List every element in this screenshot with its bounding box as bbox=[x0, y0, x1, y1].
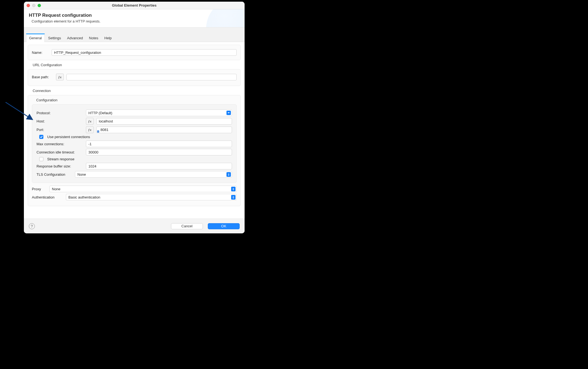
url-config-section: URL Configuration Base path: ƒx bbox=[28, 63, 241, 86]
response-buffer-input[interactable] bbox=[86, 163, 232, 169]
connection-legend: Connection bbox=[33, 89, 236, 93]
chevron-down-icon bbox=[226, 111, 231, 115]
configuration-legend: Configuration bbox=[32, 98, 237, 102]
authentication-select[interactable]: Basic authentication bbox=[66, 194, 237, 200]
authentication-label: Authentication bbox=[32, 195, 63, 199]
tab-advanced[interactable]: Advanced bbox=[64, 33, 86, 42]
proxy-value: None bbox=[52, 187, 60, 191]
fx-button-base-path[interactable]: ƒx bbox=[56, 74, 64, 80]
idle-timeout-input[interactable] bbox=[86, 149, 232, 155]
cancel-button[interactable]: Cancel bbox=[171, 223, 203, 229]
tls-config-label: TLS Configuration bbox=[37, 172, 72, 177]
base-path-label: Base path: bbox=[32, 75, 54, 79]
protocol-select[interactable]: HTTP (Default) bbox=[86, 110, 232, 116]
name-input[interactable] bbox=[52, 49, 237, 56]
stream-response-label: Stream response bbox=[47, 157, 74, 161]
updown-icon bbox=[231, 195, 236, 200]
max-connections-input[interactable] bbox=[86, 141, 232, 147]
fx-button-host[interactable]: ƒx bbox=[86, 118, 94, 125]
updown-icon bbox=[226, 172, 231, 177]
tls-config-value: None bbox=[77, 172, 86, 177]
protocol-value: HTTP (Default) bbox=[88, 111, 112, 115]
fx-button-port[interactable]: ƒx bbox=[86, 126, 94, 133]
tab-content: Name: URL Configuration Base path: ƒx Co… bbox=[24, 42, 245, 219]
max-connections-label: Max connections: bbox=[37, 142, 83, 146]
tab-notes[interactable]: Notes bbox=[86, 33, 101, 42]
connection-section: Connection Configuration Protocol: HTTP … bbox=[28, 89, 241, 206]
config-subtitle: Configuration element for a HTTP request… bbox=[29, 19, 240, 23]
port-input[interactable] bbox=[96, 127, 232, 133]
persistent-connections-checkbox[interactable] bbox=[39, 135, 43, 139]
proxy-label: Proxy bbox=[32, 187, 47, 191]
info-marker-icon: i bbox=[97, 130, 99, 133]
updown-icon bbox=[231, 187, 236, 191]
response-buffer-label: Response buffer size: bbox=[37, 164, 83, 168]
config-title: HTTP Request configuration bbox=[29, 13, 240, 18]
authentication-value: Basic authentication bbox=[68, 195, 100, 199]
tab-settings[interactable]: Settings bbox=[45, 33, 64, 42]
host-input[interactable] bbox=[96, 118, 232, 125]
stream-response-checkbox[interactable] bbox=[39, 157, 43, 161]
persistent-connections-label: Use persistent connections bbox=[47, 135, 90, 139]
ok-button[interactable]: OK bbox=[208, 223, 240, 229]
protocol-label: Protocol: bbox=[37, 111, 83, 115]
config-header: HTTP Request configuration Configuration… bbox=[24, 9, 245, 27]
window-title: Global Element Properties bbox=[24, 3, 245, 7]
configuration-group: Protocol: HTTP (Default) Host: ƒx bbox=[32, 104, 237, 183]
dialog-window: Global Element Properties HTTP Request c… bbox=[24, 2, 245, 233]
tab-bar: General Settings Advanced Notes Help bbox=[24, 27, 245, 42]
idle-timeout-label: Connection idle timeout: bbox=[37, 150, 83, 154]
help-button[interactable]: ? bbox=[29, 223, 35, 229]
base-path-input[interactable] bbox=[66, 74, 237, 80]
titlebar: Global Element Properties bbox=[24, 2, 245, 9]
proxy-select[interactable]: None bbox=[49, 186, 237, 192]
url-config-legend: URL Configuration bbox=[33, 63, 236, 67]
name-label: Name: bbox=[32, 51, 49, 55]
port-label: Port: bbox=[37, 128, 83, 132]
dialog-footer: ? Cancel OK bbox=[24, 219, 245, 233]
tab-general[interactable]: General bbox=[26, 33, 45, 42]
tab-help[interactable]: Help bbox=[102, 33, 114, 42]
host-label: Host: bbox=[37, 119, 83, 123]
tls-config-select[interactable]: None bbox=[75, 171, 232, 178]
